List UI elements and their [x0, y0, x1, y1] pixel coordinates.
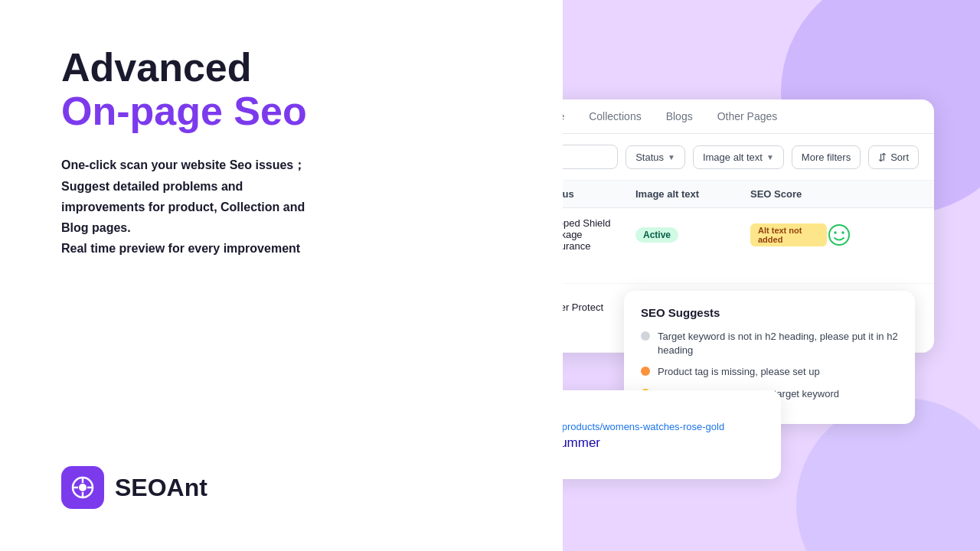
seoant-logo-icon	[61, 466, 104, 509]
th-actions	[827, 188, 919, 200]
tab-other-pages[interactable]: Other Pages	[705, 99, 790, 133]
seo-suggest-item-1: Target keyword is not in h2 heading, ple…	[641, 330, 898, 357]
tabs-bar: Products Homepage Collections Blogs Othe…	[563, 99, 934, 134]
alt-text-cell: Alt text not added	[750, 223, 827, 246]
tab-blogs[interactable]: Blogs	[654, 99, 705, 133]
image-alt-filter-button[interactable]: Image alt text ▼	[693, 145, 784, 169]
logo-area: SEOAnt	[61, 466, 207, 509]
product-title: Shipped Shield Package Assurance	[563, 217, 635, 252]
search-input[interactable]	[563, 151, 608, 163]
status-cell: Active	[635, 227, 750, 243]
svg-point-9	[834, 231, 837, 234]
table-header: Title Status Image alt text SEO Score	[563, 181, 934, 208]
seo-suggest-item-2: Product tag is missing, please set up	[641, 365, 898, 379]
table-row: Shipped Shield Package Assurance Active …	[563, 208, 934, 284]
seo-suggests-title: SEO Suggests	[641, 306, 898, 319]
th-seo-score: SEO Score	[750, 188, 827, 200]
chevron-down-icon: ▼	[668, 153, 675, 161]
svg-point-10	[841, 231, 844, 234]
tab-homepage[interactable]: Homepage	[563, 99, 577, 133]
google-preview-label: Google search engilne preview	[563, 404, 764, 415]
sort-icon: ⇵	[878, 152, 887, 163]
seo-score-happy	[827, 223, 851, 247]
tab-collections[interactable]: Collections	[577, 99, 653, 133]
sort-button[interactable]: ⇵ Sort	[868, 145, 919, 169]
headline-black: Advanced	[61, 46, 563, 90]
google-preview-url: https://utoper.myshopify.com/ products/w…	[563, 421, 764, 432]
description: One-click scan your website Seo issues； …	[61, 155, 413, 259]
svg-point-1	[79, 484, 87, 491]
status-badge: Active	[635, 227, 678, 243]
right-panel: Products Homepage Collections Blogs Othe…	[563, 0, 980, 551]
left-panel: Advanced On-page Seo One-click scan your…	[0, 0, 563, 551]
headline-purple: On-page Seo	[61, 90, 563, 133]
chevron-down-icon: ▼	[766, 153, 774, 161]
more-filters-button[interactable]: More filters	[792, 145, 861, 169]
google-preview-card: Google search engilne preview https://ut…	[563, 390, 781, 479]
suggest-dot-orange	[641, 367, 650, 376]
status-filter-button[interactable]: Status ▼	[626, 145, 685, 169]
svg-point-8	[829, 225, 849, 245]
th-image-alt: Image alt text	[635, 188, 750, 200]
suggest-dot-gray	[641, 331, 650, 341]
logo-text: SEOAnt	[115, 474, 207, 502]
th-status: Status	[563, 188, 635, 200]
alt-text-badge: Alt text not added	[750, 223, 827, 246]
google-preview-description: Rose Gold| Waterproof Smart	[563, 454, 764, 465]
google-preview-title: Women Watch 2022 Summer	[563, 435, 764, 451]
toolbar: 🔍 Status ▼ Image alt text ▼ More filters…	[563, 134, 934, 181]
search-box[interactable]: 🔍	[563, 145, 618, 169]
